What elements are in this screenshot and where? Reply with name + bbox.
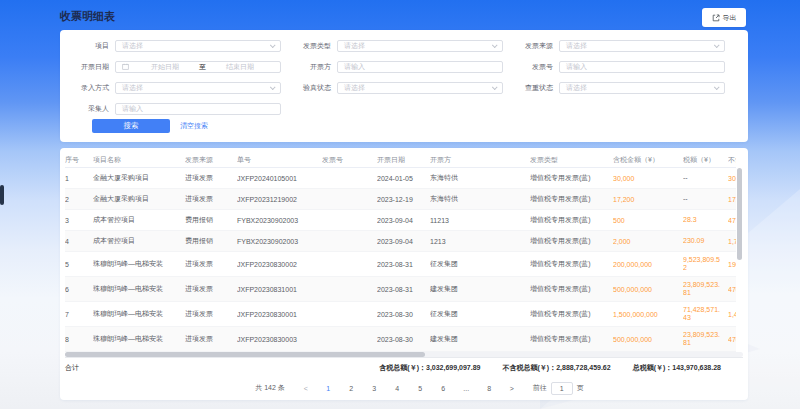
entry-method-select[interactable]: 请选择	[115, 82, 281, 94]
table-cell: 珠穆朗玛峰—电梯安装	[93, 284, 185, 294]
table-cell: 2	[65, 196, 93, 203]
collector-input[interactable]: 请输入	[115, 103, 281, 115]
filter-project: 项目 请选择	[65, 40, 281, 52]
dup-status-select[interactable]: 请选择	[559, 82, 725, 94]
page-button[interactable]: 2	[344, 385, 359, 392]
table-row[interactable]: 1金融大厦采购项目进项发票JXFP202401050012024-01-05东海…	[65, 168, 736, 189]
table-cell: 230.09	[683, 237, 728, 245]
table-cell: FYBX20230902003	[237, 217, 322, 224]
table-cell: 进项发票	[185, 259, 237, 269]
table-cell: 71,428,571.43	[683, 306, 728, 322]
table-cell: 17,200	[613, 196, 683, 203]
table-cell: 增值税专用发票(蓝)	[530, 309, 613, 319]
table-cell: FYBX20230902003	[237, 238, 322, 245]
filter-collector: 采集人 请输入	[65, 103, 281, 115]
column-header: 开票方	[430, 155, 530, 165]
table-row[interactable]: 5珠穆朗玛峰—电梯安装进项发票JXFP202308300022023-08-31…	[65, 252, 736, 277]
filter-label: 验真状态	[287, 83, 337, 93]
filter-label: 发票来源	[509, 41, 559, 51]
total-with-tax: 含税总额(￥)：3,032,699,097.89	[379, 363, 480, 373]
page-button[interactable]: 4	[390, 385, 405, 392]
table-cell: --	[683, 174, 728, 182]
table-cell: 500,000,000	[613, 286, 683, 293]
project-select[interactable]: 请选择	[115, 40, 281, 52]
chevron-down-icon	[270, 84, 276, 90]
table-cell: 增值税专用发票(蓝)	[530, 259, 613, 269]
search-button[interactable]: 搜索	[92, 119, 170, 133]
column-header: 发票类型	[530, 155, 613, 165]
table-cell: 471.7	[728, 217, 736, 224]
goto-label: 前往	[533, 383, 547, 393]
verify-status-select[interactable]: 请选择	[337, 82, 503, 94]
vertical-scrollbar-thumb[interactable]	[737, 168, 742, 260]
table-cell: 190,476,190.48	[728, 261, 736, 268]
page-list: 123456...8	[317, 385, 501, 392]
table-row[interactable]: 3成本管控项目费用报销FYBX202309020032023-09-041121…	[65, 210, 736, 231]
invoice-type-select[interactable]: 请选择	[337, 40, 503, 52]
table-cell: 1,769.91	[728, 238, 736, 245]
table-cell: 进项发票	[185, 284, 237, 294]
table-cell: 30,000	[613, 175, 683, 182]
column-header: 不含税金额（¥）	[728, 155, 736, 165]
table-cell: --	[683, 195, 728, 203]
end-date-placeholder[interactable]: 结束日期	[206, 62, 274, 72]
page-ellipsis: ...	[459, 385, 474, 392]
issuer-input[interactable]: 请输入	[337, 61, 503, 73]
table-cell: 珠穆朗玛峰—电梯安装	[93, 309, 185, 319]
filter-verify-status: 验真状态 请选择	[287, 82, 503, 94]
column-header: 税额（¥）	[683, 155, 728, 165]
page-button[interactable]: 5	[413, 385, 428, 392]
page-button[interactable]: 8	[482, 385, 497, 392]
page-title: 收票明细表	[60, 9, 115, 24]
column-header: 序号	[65, 155, 93, 165]
chevron-down-icon	[270, 42, 276, 48]
table-cell: 进项发票	[185, 334, 237, 344]
column-header: 含税金额（¥）	[613, 155, 683, 165]
invoice-no-input[interactable]: 请输入	[559, 61, 725, 73]
table-cell: 珠穆朗玛峰—电梯安装	[93, 259, 185, 269]
table-cell: 7	[65, 311, 93, 318]
table-cell: 1,500,000,000	[613, 311, 683, 318]
table-cell: 200,000,000	[613, 261, 683, 268]
table-cell: 成本管控项目	[93, 236, 185, 246]
invoice-table: 序号项目名称发票来源单号发票号开票日期开票方发票类型含税金额（¥）税额（¥）不含…	[65, 152, 736, 352]
page-button[interactable]: 6	[436, 385, 451, 392]
left-edge-scrollbar[interactable]	[0, 185, 4, 205]
next-page-button[interactable]: >	[505, 385, 519, 392]
page-button[interactable]: 1	[321, 385, 336, 392]
table-cell: JXFP20240105001	[237, 175, 322, 182]
table-cell: 23,809,523.81	[683, 331, 728, 347]
filter-issuer: 开票方 请输入	[287, 61, 503, 73]
table-row[interactable]: 8珠穆朗玛峰—电梯安装进项发票JXFP202308300032023-08-30…	[65, 327, 736, 352]
table-cell: 费用报销	[185, 215, 237, 225]
chevron-down-icon	[714, 42, 720, 48]
goto-page-input[interactable]: 1	[551, 382, 573, 395]
summary-row: 合计 含税总额(￥)：3,032,699,097.89 不含税总额(￥)：2,8…	[65, 357, 743, 377]
table-row[interactable]: 7珠穆朗玛峰—电梯安装进项发票JXFP202308300012023-08-30…	[65, 302, 736, 327]
prev-page-button[interactable]: <	[299, 385, 313, 392]
table-row[interactable]: 2金融大厦采购项目进项发票JXFP202312190022023-12-19东海…	[65, 189, 736, 210]
clear-search-button[interactable]: 清空搜索	[180, 121, 208, 131]
chevron-down-icon	[714, 84, 720, 90]
filter-label: 录入方式	[65, 83, 115, 93]
filter-invoice-no: 发票号 请输入	[509, 61, 725, 73]
table-cell: 3	[65, 217, 93, 224]
start-date-placeholder[interactable]: 开始日期	[131, 62, 199, 72]
table-cell: 费用报销	[185, 236, 237, 246]
table-row[interactable]: 6珠穆朗玛峰—电梯安装进项发票JXFP202308310012023-08-31…	[65, 277, 736, 302]
invoice-source-select[interactable]: 请选择	[559, 40, 725, 52]
table-cell: 增值税专用发票(蓝)	[530, 284, 613, 294]
table-cell: 进项发票	[185, 309, 237, 319]
table-cell: 金融大厦采购项目	[93, 194, 185, 204]
table-cell: 增值税专用发票(蓝)	[530, 194, 613, 204]
column-header: 项目名称	[93, 155, 185, 165]
table-cell: 5	[65, 261, 93, 268]
export-label: 导出	[723, 13, 737, 23]
date-range-picker[interactable]: 开始日期 至 结束日期	[115, 61, 281, 73]
table-row[interactable]: 4成本管控项目费用报销FYBX202309020032023-09-041213…	[65, 231, 736, 252]
page-button[interactable]: 3	[367, 385, 382, 392]
filter-label: 发票类型	[287, 41, 337, 51]
table-cell: 建发集团	[430, 334, 530, 344]
table-cell: 增值税专用发票(蓝)	[530, 173, 613, 183]
export-button[interactable]: 导出	[702, 8, 746, 27]
